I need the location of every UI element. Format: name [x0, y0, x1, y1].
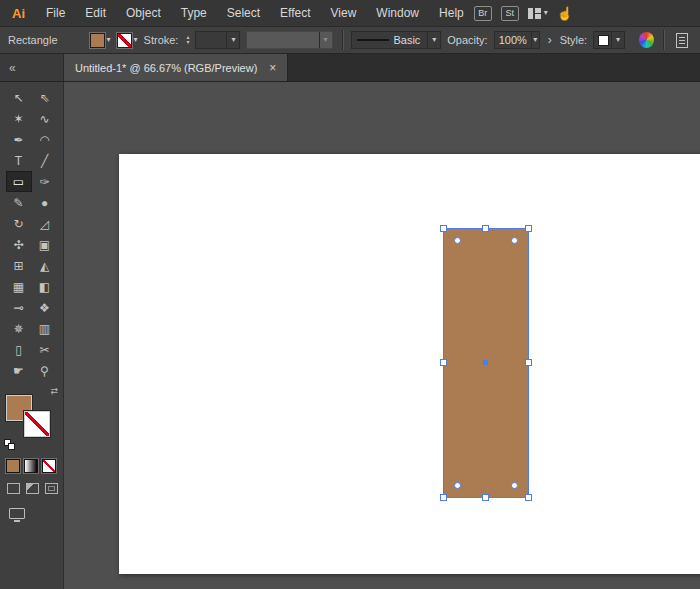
- tab-close-icon[interactable]: ×: [269, 61, 276, 75]
- brush-definition-select[interactable]: Basic ▾: [351, 31, 441, 49]
- illustrator-window: Ai File Edit Object Type Select Effect V…: [0, 0, 700, 589]
- menu-list: File Edit Object Type Select Effect View…: [36, 0, 474, 26]
- collapse-dock-button[interactable]: «: [9, 61, 16, 75]
- toolbar-stroke-swatch[interactable]: [24, 411, 50, 437]
- fill-color-control[interactable]: ▾: [90, 33, 111, 48]
- selection-tool[interactable]: ↖: [6, 87, 32, 108]
- menu-help[interactable]: Help: [429, 0, 474, 26]
- line-segment-tool[interactable]: ╱: [32, 150, 58, 171]
- selection-handle-top-right[interactable]: [525, 225, 532, 232]
- lasso-tool[interactable]: ∿: [32, 108, 58, 129]
- artboard[interactable]: [119, 154, 700, 574]
- brush-name: Basic: [389, 34, 424, 46]
- tabbar-empty-area: [288, 54, 700, 81]
- draw-normal-button[interactable]: [7, 483, 20, 494]
- draw-behind-button[interactable]: [26, 483, 39, 494]
- corner-widget-bottom-left[interactable]: [454, 482, 461, 489]
- object-center-point[interactable]: [483, 360, 488, 365]
- symbol-sprayer-tool[interactable]: ✵: [6, 318, 32, 339]
- stock-button[interactable]: St: [501, 6, 519, 21]
- rotate-tool[interactable]: ↻: [6, 213, 32, 234]
- pen-tool[interactable]: ✒: [6, 129, 32, 150]
- document-setup-icon[interactable]: [676, 33, 688, 48]
- document-tab[interactable]: Untitled-1* @ 66.67% (RGB/Preview) ×: [64, 54, 288, 81]
- bridge-button[interactable]: Br: [474, 6, 492, 21]
- direct-selection-tool[interactable]: ⇖: [32, 87, 58, 108]
- selection-handle-bottom-right[interactable]: [525, 494, 532, 501]
- menu-view[interactable]: View: [321, 0, 367, 26]
- artboard-tool[interactable]: ▯: [6, 339, 32, 360]
- zoom-tool[interactable]: ⚲: [32, 360, 58, 381]
- selected-rectangle[interactable]: [443, 228, 529, 498]
- default-swatches-button[interactable]: [4, 439, 17, 451]
- canvas[interactable]: [64, 82, 700, 589]
- width-tool[interactable]: ✣: [6, 234, 32, 255]
- stroke-color-control[interactable]: ▾: [117, 33, 138, 48]
- corner-widget-top-left[interactable]: [454, 237, 461, 244]
- magic-wand-tool[interactable]: ✶: [6, 108, 32, 129]
- chevron-down-icon: ▾: [533, 36, 537, 44]
- stroke-weight-select[interactable]: ▾: [195, 31, 240, 49]
- free-transform-tool[interactable]: ▣: [32, 234, 58, 255]
- opacity-panel-chevron[interactable]: ›: [546, 33, 554, 47]
- chevron-down-icon: ▾: [231, 36, 235, 44]
- pencil-tool[interactable]: ✎: [6, 192, 32, 213]
- tools-dock-header: «: [0, 54, 64, 81]
- perspective-grid-tool[interactable]: ◭: [32, 255, 58, 276]
- rectangle-tool[interactable]: ▭: [6, 171, 32, 192]
- gradient-button[interactable]: [24, 459, 38, 473]
- shape-builder-tool[interactable]: ⊞: [6, 255, 32, 276]
- style-swatch: [598, 35, 609, 46]
- hand-tool[interactable]: ☛: [6, 360, 32, 381]
- chevron-down-icon: ▾: [616, 36, 620, 44]
- scale-tool[interactable]: ◿: [32, 213, 58, 234]
- chevron-down-icon: ▾: [107, 36, 111, 44]
- fill-swatch[interactable]: [90, 33, 105, 48]
- brush-stroke-preview: [357, 39, 389, 41]
- draw-inside-button[interactable]: [45, 483, 58, 494]
- chevron-down-icon: ▾: [324, 36, 328, 44]
- menu-window[interactable]: Window: [366, 0, 429, 26]
- blob-brush-tool[interactable]: ●: [32, 192, 58, 213]
- recolor-artwork-icon[interactable]: [639, 32, 654, 48]
- type-tool[interactable]: T: [6, 150, 32, 171]
- stroke-profile-select[interactable]: ▾: [246, 31, 332, 49]
- style-select[interactable]: ▾: [593, 31, 625, 49]
- color-button[interactable]: [6, 459, 20, 473]
- stepper-down-icon[interactable]: ▾: [186, 40, 189, 45]
- selection-handle-middle-left[interactable]: [440, 359, 447, 366]
- blend-tool[interactable]: ❖: [32, 297, 58, 318]
- menu-type[interactable]: Type: [171, 0, 217, 26]
- selection-handle-top-center[interactable]: [482, 225, 489, 232]
- touch-workspace-icon[interactable]: ☝: [557, 6, 573, 21]
- slice-tool[interactable]: ✂: [32, 339, 58, 360]
- screen-mode-button[interactable]: [9, 508, 25, 519]
- curvature-tool[interactable]: ◠: [32, 129, 58, 150]
- stroke-weight-stepper[interactable]: ▴ ▾: [186, 35, 189, 45]
- gradient-tool[interactable]: ◧: [32, 276, 58, 297]
- none-button[interactable]: [42, 459, 56, 473]
- menu-object[interactable]: Object: [116, 0, 171, 26]
- workspace-switcher[interactable]: ▾: [528, 8, 548, 19]
- paintbrush-tool[interactable]: ✑: [32, 171, 58, 192]
- swap-fill-stroke-icon[interactable]: ⇄: [50, 387, 58, 396]
- app-logo: Ai: [0, 6, 36, 21]
- menu-select[interactable]: Select: [217, 0, 270, 26]
- chevron-down-icon: ▾: [134, 36, 138, 44]
- main-area: ↖ ⇖ ✶ ∿ ✒ ◠ T ╱ ▭ ✑: [0, 82, 700, 589]
- menu-file[interactable]: File: [36, 0, 75, 26]
- selection-handle-middle-right[interactable]: [525, 359, 532, 366]
- tools-panel: ↖ ⇖ ✶ ∿ ✒ ◠ T ╱ ▭ ✑: [0, 82, 64, 589]
- eyedropper-tool[interactable]: ⊸: [6, 297, 32, 318]
- stroke-none-swatch[interactable]: [117, 33, 132, 48]
- selection-handle-bottom-left[interactable]: [440, 494, 447, 501]
- menu-edit[interactable]: Edit: [75, 0, 116, 26]
- opacity-select[interactable]: 100% ▾: [494, 31, 540, 49]
- mesh-tool[interactable]: ▦: [6, 276, 32, 297]
- selection-handle-bottom-center[interactable]: [482, 494, 489, 501]
- column-graph-tool[interactable]: ▥: [32, 318, 58, 339]
- menu-effect[interactable]: Effect: [270, 0, 320, 26]
- selection-handle-top-left[interactable]: [440, 225, 447, 232]
- corner-widget-bottom-right[interactable]: [511, 482, 518, 489]
- corner-widget-top-right[interactable]: [511, 237, 518, 244]
